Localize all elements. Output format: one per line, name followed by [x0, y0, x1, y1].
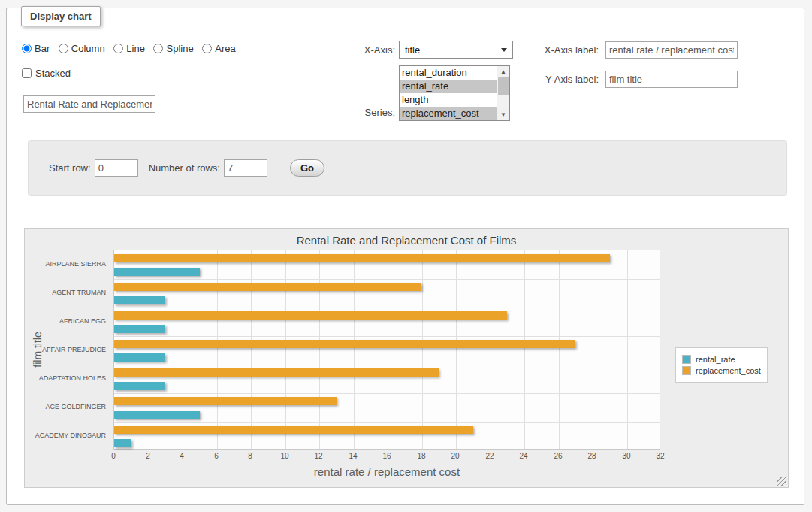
bar-replacement_cost	[114, 311, 507, 320]
start-row-label: Start row:	[49, 162, 91, 174]
chart-type-bar[interactable]: Bar	[22, 43, 50, 54]
stacked-option[interactable]: Stacked	[22, 68, 71, 79]
category-label: AIRPLANE SIERRA	[45, 260, 106, 268]
display-chart-fieldset: Display chart Bar Column Line Spline Are…	[6, 8, 804, 505]
resize-handle-icon[interactable]	[777, 477, 786, 486]
gridline-vertical	[524, 250, 525, 449]
go-button[interactable]: Go	[290, 159, 324, 177]
chart-type-column-radio[interactable]	[59, 44, 68, 53]
bar-rental_rate	[114, 268, 200, 276]
chart-type-line[interactable]: Line	[113, 43, 145, 54]
x-axis-label-input[interactable]	[605, 41, 738, 59]
gridline-horizontal	[114, 422, 660, 423]
chart-title-input[interactable]	[23, 95, 155, 113]
x-tick-label: 16	[382, 452, 391, 460]
x-axis-select-value: title	[405, 44, 420, 56]
category-label: ADAPTATION HOLES	[39, 374, 106, 382]
x-tick-label: 2	[146, 452, 150, 460]
x-tick-label: 14	[349, 452, 357, 460]
bar-replacement_cost	[114, 397, 337, 405]
y-axis-label-input[interactable]	[605, 71, 738, 88]
legend-item: replacement_cost	[682, 366, 761, 375]
category-label: AFFAIR PREJUDICE	[42, 346, 106, 353]
gridline-horizontal	[114, 393, 660, 394]
y-axis-label-label: Y-Axis label:	[480, 74, 599, 85]
gridline-vertical	[285, 250, 286, 449]
x-tick-label: 26	[554, 452, 562, 460]
chart-type-column-label: Column	[71, 43, 105, 54]
chart-type-bar-radio[interactable]	[22, 44, 32, 53]
rows-panel: Start row: Number of rows: Go	[28, 140, 787, 196]
chart-type-group: Bar Column Line Spline Area	[22, 43, 242, 56]
gridline-vertical	[354, 250, 355, 449]
gridline-vertical	[217, 250, 218, 449]
chart-type-column[interactable]: Column	[59, 43, 105, 54]
chart-container: Rental Rate and Replacement Cost of Film…	[24, 228, 789, 488]
gridline-vertical	[149, 250, 149, 449]
start-row-input[interactable]	[95, 159, 138, 177]
gridline-horizontal	[114, 365, 660, 365]
chart-type-spline[interactable]: Spline	[153, 43, 193, 54]
chart-type-line-label: Line	[126, 43, 145, 54]
chart-type-spline-label: Spline	[166, 43, 193, 54]
x-tick-label: 20	[451, 452, 459, 460]
legend-item: rental_rate	[682, 355, 761, 364]
chart-type-area[interactable]: Area	[202, 43, 235, 54]
bar-replacement_cost	[114, 283, 421, 291]
fieldset-legend: Display chart	[21, 6, 101, 26]
bar-rental_rate	[114, 325, 165, 333]
number-of-rows-input[interactable]	[224, 159, 267, 177]
bar-rental_rate	[114, 411, 200, 419]
category-label: ACE GOLDFINGER	[45, 403, 106, 411]
x-tick-label: 24	[519, 452, 527, 460]
category-label: AFRICAN EGG	[59, 317, 106, 325]
x-tick-label: 6	[214, 452, 219, 460]
series-option-replacement_cost[interactable]: replacement_cost	[400, 107, 497, 120]
x-tick-label: 4	[180, 452, 184, 460]
gridline-vertical	[559, 250, 560, 449]
gridline-vertical	[183, 250, 183, 449]
x-tick-label: 10	[280, 452, 288, 460]
gridline-vertical	[593, 250, 593, 449]
bar-replacement_cost	[114, 340, 575, 348]
x-tick-label: 8	[248, 452, 252, 460]
x-tick-label: 0	[111, 452, 116, 460]
x-tick-label: 22	[485, 452, 494, 460]
gridline-vertical	[422, 250, 423, 449]
series-option-length[interactable]: length	[400, 93, 497, 107]
category-label: ACADEMY DINOSAUR	[35, 432, 106, 439]
chart-legend: rental_ratereplacement_cost	[675, 347, 768, 383]
gridline-vertical	[251, 250, 252, 449]
bar-replacement_cost	[114, 368, 439, 377]
legend-swatch	[682, 355, 691, 364]
gridline-horizontal	[114, 336, 660, 337]
x-tick-label: 30	[622, 452, 630, 460]
gridline-vertical	[627, 250, 628, 449]
bar-replacement_cost	[114, 426, 473, 434]
chart-type-area-radio[interactable]	[202, 44, 212, 53]
chart-type-area-label: Area	[215, 43, 235, 54]
x-tick-label: 32	[656, 452, 664, 460]
bar-rental_rate	[114, 382, 165, 390]
bar-rental_rate	[114, 353, 165, 362]
legend-swatch	[682, 366, 691, 375]
x-tick-label: 18	[417, 452, 425, 460]
x-tick-label: 12	[314, 452, 322, 460]
gridline-vertical	[456, 250, 457, 449]
plot-area	[113, 250, 660, 450]
gridline-vertical	[491, 250, 491, 449]
x-tick-label: 28	[587, 452, 596, 460]
number-of-rows-label: Number of rows:	[149, 162, 220, 174]
bar-rental_rate	[114, 439, 131, 447]
x-axis-title: rental rate / replacement cost	[113, 465, 660, 478]
chart-type-bar-label: Bar	[35, 43, 50, 54]
bar-rental_rate	[114, 296, 165, 304]
gridline-vertical	[319, 250, 320, 449]
category-label: AGENT TRUMAN	[52, 289, 106, 296]
scroll-down-icon[interactable]: ▼	[497, 109, 509, 120]
chart-type-line-radio[interactable]	[113, 44, 123, 53]
gridline-vertical	[388, 250, 388, 449]
chart-type-spline-radio[interactable]	[153, 44, 163, 53]
page: Display chart Bar Column Line Spline Are…	[0, 0, 812, 512]
stacked-checkbox[interactable]	[22, 68, 32, 78]
